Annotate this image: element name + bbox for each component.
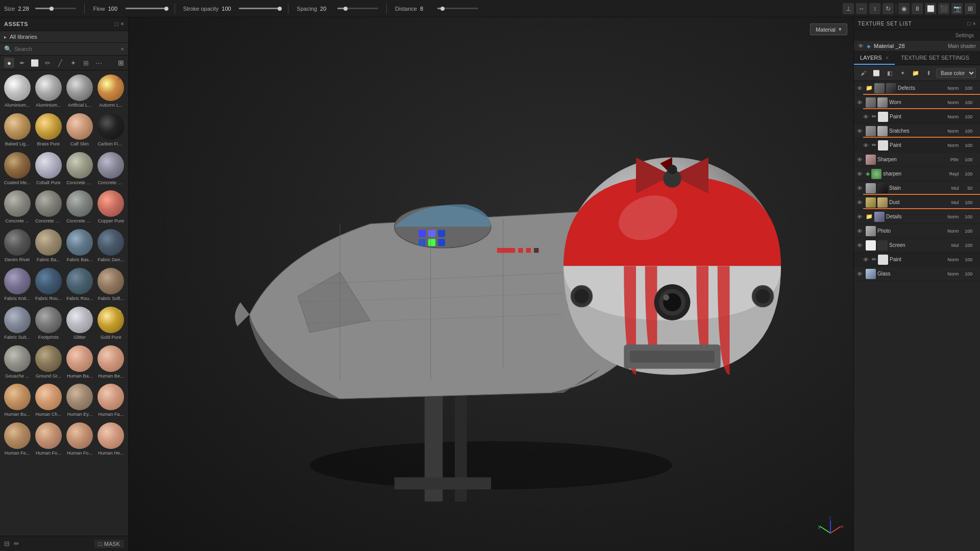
layers-icon[interactable]: ⊟ — [4, 540, 10, 547]
layer-row[interactable]: 👁SratchesNorm100× — [854, 124, 980, 138]
layer-row[interactable]: 👁✏PaintNorm100× — [854, 253, 980, 267]
layer-row[interactable]: 👁SharpenPthr100× — [854, 153, 980, 167]
material-item[interactable]: Human Fa... — [96, 382, 126, 419]
material-item[interactable]: Fabric Knit... — [2, 266, 32, 304]
material-item[interactable]: Human He... — [96, 420, 126, 458]
material-item[interactable]: Concrete S... — [65, 188, 95, 226]
material-item[interactable]: Human Ba... — [65, 343, 95, 381]
layer-eye-icon[interactable]: 👁 — [857, 185, 864, 191]
add-fill-layer-btn[interactable]: ⬜ — [871, 67, 883, 79]
material-item[interactable]: Brass Pure — [33, 111, 63, 149]
material-item[interactable]: Cobalt Pure — [33, 150, 63, 188]
material-item[interactable]: Human Be... — [96, 343, 126, 381]
material-item[interactable]: Fabric Suit... — [2, 305, 32, 342]
layer-row[interactable]: 👁✏PaintNorm100× — [854, 138, 980, 153]
layer-eye-icon[interactable]: 👁 — [857, 99, 864, 106]
add-icon[interactable]: ✏ — [14, 540, 19, 547]
frame-btn[interactable]: ⬜ — [925, 3, 936, 14]
tab-layers-close[interactable]: × — [886, 55, 889, 61]
ts-eye-icon[interactable]: 👁 — [858, 43, 864, 49]
flow-slider[interactable] — [126, 8, 166, 9]
material-item[interactable]: Artificial L... — [65, 72, 95, 110]
add-paint-layer-btn[interactable]: 🖌 — [858, 67, 869, 79]
layer-eye-icon[interactable]: 👁 — [857, 228, 864, 234]
material-item[interactable]: Fabric Soft... — [96, 266, 126, 304]
tab-layers[interactable]: LAYERS × — [854, 52, 895, 65]
layer-eye-icon[interactable]: 👁 — [857, 242, 864, 248]
layer-eye-icon[interactable]: 👁 — [863, 142, 870, 148]
layer-eye-icon[interactable]: 👁 — [857, 171, 864, 177]
settings-link[interactable]: Settings — [951, 31, 978, 40]
minimize-tsl-icon[interactable]: □ — [967, 20, 971, 27]
layer-row[interactable]: 👁PhotoNorm100× — [854, 224, 980, 238]
material-item[interactable]: Calf Skin — [65, 111, 95, 149]
texture-set-item[interactable]: 👁 ◈ Material _28 Main shader — [854, 41, 980, 52]
cam-btn[interactable]: 📷 — [951, 3, 963, 14]
spacing-slider[interactable] — [337, 8, 378, 9]
material-item[interactable]: Fabric Bas... — [65, 227, 95, 265]
filter-grid-icon[interactable]: ⊞ — [81, 58, 91, 68]
mirror-v-btn[interactable]: ↕ — [869, 3, 880, 14]
layer-eye-icon[interactable]: 👁 — [857, 214, 864, 220]
material-item[interactable]: Coated Me... — [2, 150, 32, 188]
add-effect-btn[interactable]: ✦ — [897, 67, 909, 79]
filter-star-icon[interactable]: ✦ — [68, 58, 78, 68]
add-mask-btn[interactable]: ◧ — [884, 67, 895, 79]
size-slider[interactable] — [35, 8, 76, 9]
layer-row[interactable]: 👁WornNorm100× — [854, 95, 980, 110]
filter-pen-icon[interactable]: ✏ — [42, 58, 53, 68]
view-grid-icon[interactable]: ⊞ — [118, 59, 124, 67]
minimize-icon[interactable]: □ — [115, 20, 118, 28]
layer-row[interactable]: 👁DustMul100× — [854, 195, 980, 210]
layer-row[interactable]: 👁GlassNorm100× — [854, 267, 980, 281]
distance-slider[interactable] — [437, 8, 478, 9]
material-item[interactable]: Footprints — [33, 305, 63, 342]
layer-eye-icon[interactable]: 👁 — [857, 128, 864, 134]
material-item[interactable]: Copper Pure — [96, 188, 126, 226]
material-item[interactable]: Carbon Fibe... — [96, 111, 126, 149]
filter-line-icon[interactable]: ╱ — [55, 58, 65, 68]
material-item[interactable]: Fabric Rou... — [33, 266, 63, 304]
material-item[interactable]: Fabric Den... — [96, 227, 126, 265]
layer-eye-icon[interactable]: 👁 — [857, 157, 864, 163]
layer-row[interactable]: 👁ScreenMul100× — [854, 238, 980, 253]
add-folder-btn[interactable]: 📁 — [910, 67, 921, 79]
library-row[interactable]: ▸ All libraries — [0, 31, 128, 43]
solo-btn[interactable]: ◉ — [898, 3, 910, 14]
mirror-h-btn[interactable]: ↔ — [856, 3, 867, 14]
material-item[interactable]: ★Glitter — [65, 305, 95, 342]
material-item[interactable]: Human Fe... — [2, 420, 32, 458]
filter-circle-icon[interactable]: ● — [4, 58, 14, 68]
search-clear-icon[interactable]: × — [121, 46, 124, 52]
pause-btn[interactable]: ⏸ — [912, 3, 923, 14]
material-item[interactable]: Ground Gr... — [33, 343, 63, 381]
layer-row[interactable]: 👁📁DetailsNorm100× — [854, 210, 980, 224]
material-item[interactable]: Gouache ... — [2, 343, 32, 381]
material-item[interactable]: Fabric Rou... — [65, 266, 95, 304]
filter-dots-icon[interactable]: ⋯ — [93, 58, 104, 68]
mask-button[interactable]: □ MASK — [94, 540, 124, 548]
layer-row[interactable]: 👁✏PaintNorm100× — [854, 110, 980, 124]
blend-mode-select[interactable]: Base color — [936, 68, 976, 78]
material-item[interactable]: Concrete ... — [2, 188, 32, 226]
material-item[interactable]: 🍂Autumn L... — [96, 72, 126, 110]
layer-eye-icon[interactable]: 👁 — [863, 257, 870, 263]
material-item[interactable]: Baked Lig... — [2, 111, 32, 149]
close-tsl-icon[interactable]: × — [973, 20, 976, 27]
material-item[interactable]: Concrete B... — [65, 150, 95, 188]
material-item[interactable]: Aluminium... — [33, 72, 63, 110]
import-btn[interactable]: ⬆ — [923, 67, 935, 79]
filter-square-icon[interactable]: ⬜ — [30, 58, 40, 68]
layer-row[interactable]: 👁◈sharpenRepl100× — [854, 167, 980, 181]
layer-eye-icon[interactable]: 👁 — [857, 85, 864, 91]
layer-eye-icon[interactable]: 👁 — [863, 114, 870, 120]
material-item[interactable]: Aluminium... — [2, 72, 32, 110]
material-item[interactable]: ★Gold Pure — [96, 305, 126, 342]
layer-row[interactable]: 👁📁DefectsNorm100× — [854, 81, 980, 95]
layer-row[interactable]: 👁StainMul50× — [854, 181, 980, 195]
filter-brush-icon[interactable]: ✒ — [17, 58, 27, 68]
tab-texture-set-settings[interactable]: TEXTURE SET SETTINGS — [895, 52, 975, 65]
material-item[interactable]: Human Fo... — [65, 420, 95, 458]
material-item[interactable]: Concrete C... — [96, 150, 126, 188]
layer-eye-icon[interactable]: 👁 — [857, 271, 864, 277]
